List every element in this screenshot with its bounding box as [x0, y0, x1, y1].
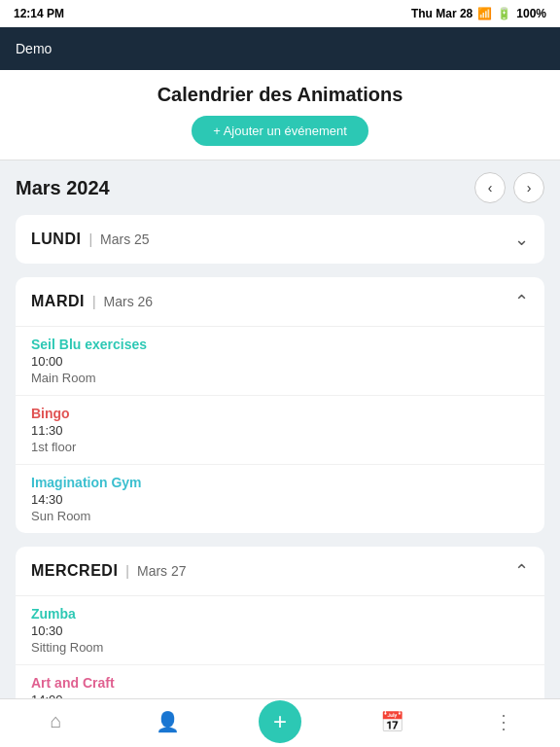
status-time: 12:14 PM: [14, 7, 64, 20]
event-time: 10:00: [31, 354, 529, 369]
day-name: MARDI: [31, 293, 85, 310]
chevron-icon: ⌄: [514, 229, 529, 250]
day-date: Mars 26: [104, 294, 154, 309]
event-name: Seil Blu exercises: [31, 337, 529, 352]
battery-icon: 🔋: [497, 7, 511, 20]
event-item[interactable]: Imagination Gym14:30Sun Room: [16, 465, 544, 533]
chevron-icon: ⌃: [514, 291, 529, 312]
nav-arrows: ‹ ›: [474, 172, 544, 203]
tab-calendar[interactable]: 📅: [336, 710, 448, 733]
wifi-icon: 📶: [477, 7, 492, 20]
event-location: 1st floor: [31, 440, 529, 454]
day-date: Mars 27: [137, 563, 187, 579]
add-icon: +: [273, 708, 287, 735]
tab-add[interactable]: +: [224, 700, 335, 743]
day-header-lundi[interactable]: LUNDI|Mars 25⌄: [16, 215, 544, 264]
day-header-mercredi[interactable]: MERCREDI|Mars 27⌃: [16, 547, 544, 595]
profile-icon: 👤: [156, 710, 180, 733]
event-name: Art and Craft: [31, 675, 529, 691]
month-title: Mars 2024: [16, 177, 110, 199]
event-item[interactable]: Seil Blu exercises10:00Main Room: [16, 327, 544, 396]
event-item[interactable]: Bingo11:301st floor: [16, 396, 544, 465]
event-time: 11:30: [31, 423, 529, 438]
day-header-mardi[interactable]: MARDI|Mars 26⌃: [16, 277, 544, 326]
nav-bar: Demo: [0, 27, 560, 70]
day-name: LUNDI: [31, 231, 81, 248]
event-location: Main Room: [31, 371, 529, 385]
event-location: Sitting Room: [31, 640, 529, 655]
status-bar: 12:14 PM Thu Mar 28 📶 🔋 100%: [0, 0, 560, 27]
event-name: Zumba: [31, 606, 529, 622]
event-time: 10:30: [31, 623, 529, 638]
day-separator: |: [125, 563, 129, 579]
day-section-mercredi: MERCREDI|Mars 27⌃Zumba10:30Sitting RoomA…: [16, 547, 544, 719]
month-navigation: Mars 2024 ‹ ›: [0, 160, 560, 215]
next-month-button[interactable]: ›: [513, 172, 544, 203]
page-header: Calendrier des Animations + Ajouter un é…: [0, 70, 560, 160]
day-header-left: LUNDI|Mars 25: [31, 231, 150, 248]
tab-bar: ⌂ 👤 + 📅 ⋮: [0, 698, 560, 747]
status-right: Thu Mar 28 📶 🔋 100%: [411, 7, 546, 20]
day-separator: |: [88, 231, 92, 247]
event-name: Imagination Gym: [31, 475, 529, 490]
day-header-left: MARDI|Mars 26: [31, 293, 153, 310]
home-icon: ⌂: [51, 710, 62, 732]
tab-home[interactable]: ⌂: [0, 710, 112, 732]
more-icon: ⋮: [494, 710, 513, 733]
event-time: 14:30: [31, 492, 529, 507]
tab-more[interactable]: ⋮: [448, 710, 560, 733]
day-name: MERCREDI: [31, 562, 118, 580]
status-date: Thu Mar 28: [411, 7, 472, 20]
day-section-lundi: LUNDI|Mars 25⌄: [16, 215, 544, 264]
event-location: Sun Room: [31, 509, 529, 523]
chevron-icon: ⌃: [514, 560, 529, 582]
day-section-mardi: MARDI|Mars 26⌃Seil Blu exercises10:00Mai…: [16, 277, 544, 533]
day-separator: |: [92, 294, 96, 309]
tab-profile[interactable]: 👤: [112, 710, 224, 733]
tab-add-button[interactable]: +: [259, 700, 301, 743]
day-date: Mars 25: [100, 231, 150, 247]
add-event-button[interactable]: + Ajouter un événement: [192, 116, 368, 146]
event-list: Seil Blu exercises10:00Main RoomBingo11:…: [16, 326, 544, 533]
calendar-scroll-area[interactable]: LUNDI|Mars 25⌄MARDI|Mars 26⌃Seil Blu exe…: [0, 215, 560, 719]
demo-label: Demo: [16, 41, 52, 56]
prev-month-button[interactable]: ‹: [474, 172, 506, 203]
event-name: Bingo: [31, 406, 529, 421]
battery-level: 100%: [516, 7, 546, 20]
day-header-left: MERCREDI|Mars 27: [31, 562, 187, 580]
page-title: Calendrier des Animations: [16, 84, 544, 106]
event-item[interactable]: Zumba10:30Sitting Room: [16, 596, 544, 665]
calendar-icon: 📅: [380, 710, 404, 733]
